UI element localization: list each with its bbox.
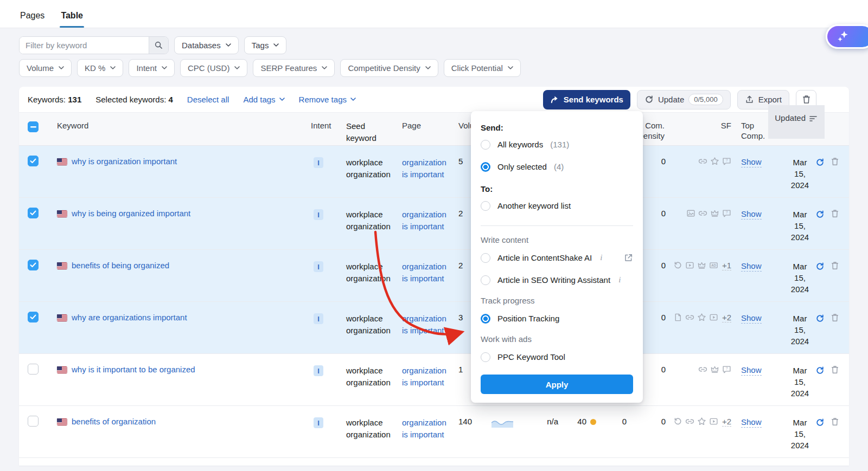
keyword-link[interactable]: why is being organized important <box>72 209 190 218</box>
header-intent[interactable]: Intent <box>311 113 341 145</box>
radio-icon[interactable] <box>481 140 490 150</box>
filter-chip-cpc-usd-[interactable]: CPC (USD) <box>180 59 248 77</box>
crown-serp-icon <box>697 261 706 270</box>
more-serp-features[interactable]: +1 <box>722 261 731 270</box>
databases-dropdown[interactable]: Databases <box>174 36 239 54</box>
page-link[interactable]: organization is important <box>402 209 454 233</box>
filter-chip-volume[interactable]: Volume <box>19 59 72 77</box>
row-checkbox[interactable] <box>28 416 39 427</box>
header-updated[interactable]: Updated <box>768 105 825 139</box>
info-icon[interactable]: i <box>617 275 622 285</box>
apply-button[interactable]: Apply <box>481 375 633 394</box>
refresh-keyword-icon[interactable] <box>815 314 825 323</box>
page-link[interactable]: organization is important <box>402 417 454 441</box>
show-top-competitors-link[interactable]: Show <box>741 365 762 376</box>
row-checkbox[interactable] <box>28 312 39 322</box>
keywords-count: Keywords: 131 <box>28 95 81 104</box>
send-section-title: Send: <box>481 123 633 132</box>
refresh-keyword-icon[interactable] <box>815 366 825 375</box>
star-serp-icon <box>710 157 719 166</box>
kd-value: 40 <box>577 417 586 426</box>
refresh-keyword-icon[interactable] <box>815 262 825 271</box>
page-link[interactable]: organization is important <box>402 313 454 337</box>
comp-density-value: 0 <box>661 209 666 218</box>
refresh-keyword-icon[interactable] <box>815 158 825 167</box>
header-top-comp[interactable]: Top Comp. <box>733 113 768 145</box>
radio-icon[interactable] <box>481 275 490 285</box>
send-arrow-icon <box>550 95 559 104</box>
refresh-keyword-icon[interactable] <box>815 418 825 427</box>
row-checkbox[interactable] <box>28 260 39 270</box>
keyword-filter-input[interactable] <box>20 37 149 54</box>
keyword-link[interactable]: benefits of organization <box>72 417 156 426</box>
more-serp-features[interactable]: +2 <box>722 313 731 322</box>
tab-pages[interactable]: Pages <box>19 3 46 28</box>
show-top-competitors-link[interactable]: Show <box>741 313 762 324</box>
ai-assistant-button[interactable] <box>826 24 868 49</box>
filter-chip-intent[interactable]: Intent <box>129 59 175 77</box>
keyword-link[interactable]: benefits of being organized <box>72 261 169 270</box>
page-link[interactable]: organization is important <box>402 157 454 180</box>
delete-row-icon[interactable] <box>830 261 840 270</box>
show-top-competitors-link[interactable]: Show <box>741 157 762 167</box>
keyword-link[interactable]: why are organizations important <box>72 313 187 322</box>
us-flag-icon <box>57 210 67 217</box>
radio-icon[interactable] <box>481 201 490 211</box>
page-link[interactable]: organization is important <box>402 365 454 389</box>
row-checkbox[interactable] <box>28 364 39 375</box>
table-row: why are organizations important I workpl… <box>19 302 849 354</box>
radio-option-article-in-contentshake-ai[interactable]: Article in ContentShake AIi <box>481 247 633 269</box>
send-keywords-button[interactable]: Send keywords <box>543 90 630 109</box>
header-actions <box>825 113 849 145</box>
radio-option-only-selected[interactable]: Only selected(4) <box>481 156 633 178</box>
update-button[interactable]: Update 0/5,000 <box>637 90 731 109</box>
show-top-competitors-link[interactable]: Show <box>741 261 762 272</box>
video-serp-icon <box>685 261 694 270</box>
radio-option-another-keyword-list[interactable]: Another keyword list <box>481 195 633 217</box>
keyword-link[interactable]: why is organization important <box>72 157 177 166</box>
radio-option-ppc-keyword-tool[interactable]: PPC Keyword Tool <box>481 346 633 368</box>
external-link-icon[interactable] <box>624 253 633 262</box>
delete-row-icon[interactable] <box>830 313 840 322</box>
remove-tags-dropdown[interactable]: Remove tags <box>299 95 356 104</box>
filter-chip-click-potential[interactable]: Click Potential <box>444 59 521 77</box>
filter-chip-kd-[interactable]: KD % <box>77 59 123 77</box>
show-top-competitors-link[interactable]: Show <box>741 417 762 428</box>
tab-table[interactable]: Table <box>60 3 84 28</box>
radio-icon[interactable] <box>481 253 490 263</box>
keyword-link[interactable]: why is it important to be organized <box>72 365 195 374</box>
search-button[interactable] <box>149 37 168 54</box>
row-checkbox[interactable] <box>28 156 39 166</box>
deselect-all-link[interactable]: Deselect all <box>187 95 229 104</box>
header-sf[interactable]: SF <box>669 113 733 145</box>
info-icon[interactable]: i <box>599 253 603 262</box>
us-flag-icon <box>57 418 67 425</box>
filter-chip-competitive-density[interactable]: Competitive Density <box>340 59 438 77</box>
refresh-keyword-icon[interactable] <box>815 210 825 219</box>
header-keyword[interactable]: Keyword <box>45 113 311 145</box>
radio-selected-icon[interactable] <box>481 314 490 324</box>
show-top-competitors-link[interactable]: Show <box>741 209 762 220</box>
select-all-checkbox[interactable] <box>28 121 39 132</box>
more-serp-features[interactable]: +2 <box>722 417 731 427</box>
header-seed-keyword[interactable]: Seed keyword <box>341 113 402 145</box>
radio-option-article-in-seo-writing-assistant[interactable]: Article in SEO Writing Assistanti <box>481 269 633 291</box>
delete-row-icon[interactable] <box>830 365 840 375</box>
add-tags-dropdown[interactable]: Add tags <box>243 95 284 104</box>
radio-selected-icon[interactable] <box>481 162 490 172</box>
export-icon <box>745 95 754 104</box>
update-quota-badge: 0/5,000 <box>688 94 723 105</box>
header-page[interactable]: Page <box>402 113 458 145</box>
filter-chip-serp-features[interactable]: SERP Features <box>253 59 335 77</box>
radio-icon[interactable] <box>481 352 490 362</box>
row-checkbox[interactable] <box>28 208 39 218</box>
radio-option-all-keywords[interactable]: All keywords(131) <box>481 133 633 156</box>
volume-value: 2 <box>458 209 463 218</box>
delete-row-icon[interactable] <box>830 417 840 427</box>
delete-row-icon[interactable] <box>830 157 840 166</box>
page-link[interactable]: organization is important <box>402 261 454 285</box>
radio-option-position-tracking[interactable]: Position Tracking <box>481 307 633 330</box>
tags-dropdown[interactable]: Tags <box>244 36 287 54</box>
delete-row-icon[interactable] <box>830 209 840 218</box>
radio-option-label: Only selected <box>497 162 547 171</box>
